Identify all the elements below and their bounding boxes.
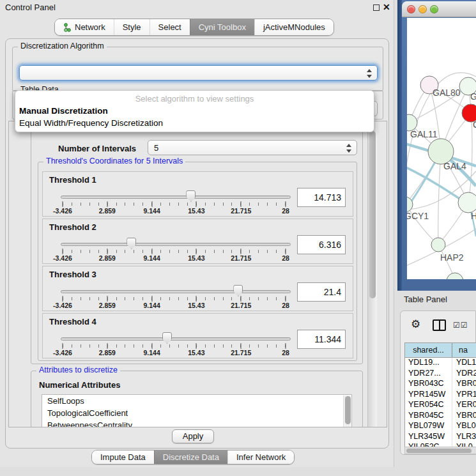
tick-label: 9.144 [143, 302, 160, 309]
table-body: YDL19...YDL1YDR27...YDR2YBR043CYBR0YPR14… [405, 358, 476, 447]
table-panel-title: Table Panel [404, 295, 447, 304]
slider-thumb[interactable] [127, 238, 136, 249]
list-item[interactable]: BetweennessCentrality [42, 419, 351, 427]
network-window-titlebar [402, 1, 476, 17]
table-header-row: shared... na [405, 343, 476, 358]
table-row[interactable]: YDR27...YDR2 [405, 369, 476, 380]
float-panel-icon[interactable] [373, 4, 380, 11]
apply-button[interactable]: Apply [172, 429, 214, 443]
gear-icon[interactable]: ⚙ [411, 319, 420, 330]
cell-name: YBR0 [452, 379, 476, 390]
major-tick [241, 249, 242, 254]
zoom-traffic-light-icon[interactable] [430, 5, 438, 13]
major-tick [241, 201, 242, 207]
slider-track[interactable] [61, 243, 291, 246]
network-node[interactable] [431, 238, 445, 252]
tick-label: 15.43 [188, 349, 204, 357]
minimize-traffic-light-icon[interactable] [418, 5, 427, 13]
network-node[interactable] [458, 192, 476, 213]
major-tick [151, 201, 152, 207]
close-traffic-light-icon[interactable] [407, 5, 415, 13]
algorithm-combobox[interactable] [19, 65, 378, 81]
close-icon[interactable]: ✕ [383, 2, 390, 12]
network-canvas[interactable]: GAL80GACGAL11GAL4GCY1HHAP2 [407, 18, 476, 279]
table-hscrollbar-thumb[interactable] [406, 449, 472, 453]
threshold-label: Threshold 1 [49, 175, 96, 185]
algorithm-dropdown-popup: Select algorithm to view settings Manual… [15, 90, 374, 132]
algorithm-option-equal-width[interactable]: Equal Width/Frequency Discretization [15, 117, 374, 129]
slider-tick-labels: -3.4262.8599.14415.4321.71528 [63, 254, 286, 262]
tab-label: Discretize Data [163, 452, 219, 462]
discretization-algorithm-group: Discretization Algorithm [12, 47, 383, 91]
tick-label: 15.43 [188, 254, 204, 262]
cell-name: YBR0 [452, 411, 476, 422]
thresholds-group-label: Threshold's Coordinates for 5 Intervals [43, 157, 185, 165]
tick-label: -3.426 [53, 349, 72, 357]
network-node[interactable] [428, 139, 454, 164]
algorithm-dropdown-placeholder[interactable]: Select algorithm to view settings [15, 93, 374, 105]
threshold-value-field[interactable]: 11.344 [297, 330, 346, 349]
cell-name: YER0 [452, 400, 476, 411]
tab-jactivemnodules[interactable]: jActiveMNodules [254, 19, 334, 35]
table-row[interactable]: YBR043CYBR0 [405, 379, 476, 390]
tab-network[interactable]: Network [55, 19, 114, 35]
spinner-icon [367, 68, 372, 79]
network-graph: GAL80GACGAL11GAL4GCY1HHAP2 [407, 18, 476, 279]
table-horizontal-scrollbar[interactable] [404, 447, 476, 454]
slider-track[interactable] [61, 290, 291, 293]
tab-discretize-data[interactable]: Discretize Data [154, 450, 227, 464]
network-icon [63, 23, 72, 32]
tick-label: 15.43 [188, 207, 204, 215]
tab-style[interactable]: Style [114, 19, 150, 35]
tab-impute-data[interactable]: Impute Data [92, 450, 154, 464]
list-item[interactable]: TopologicalCoefficient [42, 407, 351, 419]
column-header-shared-name[interactable]: shared... [405, 343, 452, 357]
table-row[interactable]: YBR045CYBR0 [405, 411, 476, 422]
tab-label: Style [123, 22, 141, 32]
threshold-value-field[interactable]: 14.713 [297, 188, 346, 207]
network-node-label: GAL11 [410, 129, 438, 139]
columns-icon[interactable] [433, 319, 446, 331]
slider-tick-labels: -3.4262.8599.14415.4321.71528 [63, 207, 286, 215]
number-of-intervals-value: 5 [154, 143, 158, 153]
select-columns-checkboxes-icon[interactable]: ☑☑ [453, 321, 468, 330]
slider-thumb[interactable] [233, 285, 243, 296]
table-row[interactable]: YDL19...YDL1 [405, 358, 476, 369]
list-item[interactable]: SelfLoops [42, 395, 351, 407]
slider-track[interactable] [61, 337, 291, 341]
threshold-value-field[interactable]: 21.4 [297, 282, 346, 302]
table-row[interactable]: YER054CYER0 [405, 400, 476, 411]
slider-thumb[interactable] [186, 190, 196, 202]
tab-select[interactable]: Select [150, 19, 190, 35]
settings-scrollbar-thumb[interactable] [369, 131, 376, 298]
settings-vertical-scrollbar[interactable] [367, 121, 377, 427]
threshold-label: Threshold 2 [49, 222, 96, 232]
major-tick [107, 296, 107, 302]
table-row[interactable]: YBL079WYBL0 [405, 421, 476, 432]
cell-shared-name: YBL079W [405, 421, 452, 432]
tab-cyni-toolbox[interactable]: Cyni Toolbox [190, 19, 254, 35]
algorithm-option-manual[interactable]: Manual Discretization [15, 105, 374, 117]
tick-label: 21.715 [231, 254, 251, 262]
attributes-scrollbar-thumb[interactable] [345, 396, 351, 424]
network-node[interactable] [447, 273, 463, 279]
threshold-label: Threshold 3 [49, 270, 96, 279]
network-node-label: C [473, 119, 476, 130]
column-header-name[interactable]: na [452, 343, 476, 357]
number-of-intervals-label: Number of Intervals [58, 144, 136, 153]
threshold-value-field[interactable]: 6.316 [297, 235, 346, 254]
attributes-scrollbar[interactable] [343, 395, 351, 427]
tick-label: 15.43 [188, 302, 204, 309]
table-row[interactable]: YPR145WYPR1 [405, 390, 476, 401]
major-tick [107, 249, 107, 254]
cell-shared-name: YDR27... [405, 369, 452, 380]
numerical-attributes-list[interactable]: SelfLoopsTopologicalCoefficientBetweenne… [42, 394, 352, 427]
number-of-intervals-combobox[interactable]: 5 [148, 140, 357, 155]
tab-label: Select [158, 22, 181, 32]
table-row[interactable]: YLR345WYLR3 [405, 432, 476, 443]
slider-track[interactable] [61, 196, 291, 199]
tab-infer-network[interactable]: Infer Network [227, 450, 294, 464]
minor-ticks [63, 250, 286, 253]
slider-thumb[interactable] [162, 332, 172, 344]
tick-label: 2.859 [99, 349, 116, 357]
